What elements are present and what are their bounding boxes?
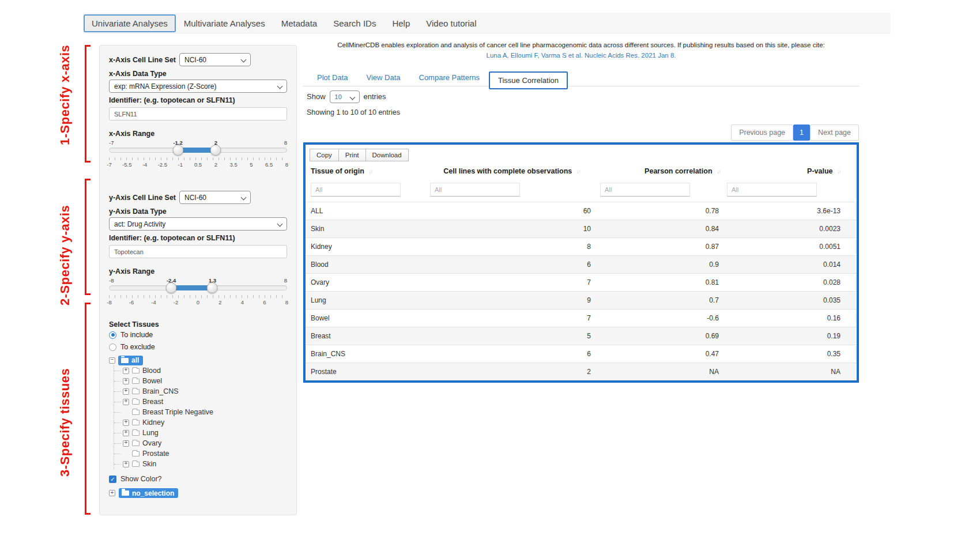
sort-icon[interactable]: ↓↑ bbox=[368, 168, 372, 175]
export-button[interactable]: Copy bbox=[310, 149, 339, 161]
pvalue-cell: 0.16 bbox=[723, 309, 857, 327]
expand-icon[interactable] bbox=[109, 490, 115, 496]
tree-node[interactable]: Blood bbox=[129, 365, 287, 376]
table-row[interactable]: Blood 6 0.9 0.014 bbox=[306, 255, 857, 273]
expand-icon[interactable] bbox=[123, 409, 129, 416]
tree-node[interactable]: Bowel bbox=[129, 376, 287, 386]
tree-node[interactable]: Breast Triple Negative bbox=[129, 407, 287, 417]
tree-node[interactable]: Kidney bbox=[129, 417, 287, 428]
table-row[interactable]: ALL 60 0.78 3.6e-13 bbox=[306, 202, 857, 220]
pvalue-cell: NA bbox=[723, 363, 857, 380]
analysis-tab[interactable]: View Data bbox=[357, 69, 409, 86]
page-size-select[interactable]: 10 bbox=[330, 90, 360, 103]
nav-tab[interactable]: Univariate Analyses bbox=[84, 14, 176, 32]
tree-node[interactable]: Ovary bbox=[129, 438, 287, 448]
main-content: CellMinerCDB enables exploration and ana… bbox=[303, 40, 859, 383]
citation-link[interactable]: Luna A, Elloumi F, Varma S et al. Nuclei… bbox=[487, 52, 676, 59]
expand-icon[interactable] bbox=[123, 378, 129, 384]
y-slider-track[interactable] bbox=[109, 285, 287, 290]
y-slider-to-handle[interactable] bbox=[207, 282, 218, 293]
y-slider-from-handle[interactable] bbox=[166, 282, 177, 293]
expand-icon[interactable] bbox=[123, 420, 129, 426]
tree-node[interactable]: Breast bbox=[129, 397, 287, 407]
y-identifier-input[interactable] bbox=[109, 245, 287, 258]
nav-tab[interactable]: Multivariate Analyses bbox=[176, 14, 273, 32]
expand-icon[interactable] bbox=[123, 440, 129, 447]
collapse-icon[interactable] bbox=[109, 357, 115, 364]
exclude-radio-label: To exclude bbox=[120, 343, 155, 351]
nav-tab[interactable]: Search IDs bbox=[325, 14, 384, 32]
tree-node[interactable]: Brain_CNS bbox=[129, 386, 287, 397]
pearson-filter-input[interactable] bbox=[600, 183, 690, 197]
tree-node-no-selection[interactable]: no_selection bbox=[109, 488, 287, 498]
tick-label: -2.5 bbox=[158, 161, 167, 168]
table-row[interactable]: Lung 9 0.7 0.035 bbox=[306, 291, 857, 309]
next-page-button[interactable]: Next page bbox=[810, 124, 859, 141]
analysis-tab[interactable]: Plot Data bbox=[308, 69, 357, 86]
expand-icon[interactable] bbox=[123, 388, 129, 395]
tree-node[interactable]: Skin bbox=[129, 459, 287, 469]
table-row[interactable]: Bowel 7 -0.6 0.16 bbox=[306, 309, 857, 327]
tissue-filter-input[interactable] bbox=[311, 183, 401, 197]
pearson-cell: 0.78 bbox=[597, 202, 723, 220]
folder-icon bbox=[132, 368, 140, 373]
y-data-type-select[interactable]: act: Drug Activity bbox=[109, 217, 287, 231]
tree-node[interactable]: Lung bbox=[129, 428, 287, 438]
cell-lines-filter-input[interactable] bbox=[430, 183, 520, 197]
show-color-checkbox[interactable]: ✓ bbox=[109, 475, 116, 483]
nav-tab[interactable]: Video tutorial bbox=[418, 14, 484, 32]
analysis-tab[interactable]: Tissue Correlation bbox=[489, 71, 568, 89]
include-radio[interactable] bbox=[109, 331, 116, 339]
sort-icon[interactable]: ↓↑ bbox=[837, 168, 840, 175]
x-cell-line-set-select[interactable]: NCI-60 bbox=[179, 53, 251, 66]
citation-text: CellMinerCDB enables exploration and ana… bbox=[303, 40, 859, 51]
exclude-radio[interactable] bbox=[109, 344, 116, 351]
tick-label: -4 bbox=[151, 299, 156, 305]
column-header-pearson[interactable]: Pearson correlation ↓↑ bbox=[597, 161, 723, 180]
x-data-type-value: exp: mRNA Expression (Z-Score) bbox=[114, 82, 216, 90]
cell-lines-cell: 7 bbox=[427, 309, 597, 327]
folder-icon bbox=[132, 462, 140, 467]
tree-node-label: Blood bbox=[142, 367, 161, 375]
y-cell-line-set-select[interactable]: NCI-60 bbox=[179, 191, 251, 204]
chevron-down-icon bbox=[277, 221, 283, 227]
current-page-button[interactable]: 1 bbox=[793, 124, 810, 141]
nav-tab[interactable]: Help bbox=[384, 14, 418, 32]
table-row[interactable]: Skin 10 0.84 0.0023 bbox=[306, 220, 857, 237]
x-data-type-select[interactable]: exp: mRNA Expression (Z-Score) bbox=[109, 80, 287, 93]
x-slider-from-handle[interactable] bbox=[172, 145, 183, 156]
tree-node[interactable]: Prostate bbox=[129, 448, 287, 459]
sort-icon[interactable]: ↓↑ bbox=[576, 168, 580, 175]
table-row[interactable]: Kidney 8 0.87 0.0051 bbox=[306, 237, 857, 255]
x-range-slider: -7 -1.2 2 8 -7-5.5-4-2.5-10.523.556.58 bbox=[109, 139, 287, 168]
nav-tab-label: Multivariate Analyses bbox=[184, 18, 265, 28]
expand-icon[interactable] bbox=[123, 461, 129, 467]
tissue-correlation-table: Tissue of origin ↓↑ Cell lines with comp… bbox=[306, 161, 857, 381]
x-slider-to-handle[interactable] bbox=[210, 145, 221, 156]
expand-icon[interactable] bbox=[123, 368, 129, 374]
expand-icon[interactable] bbox=[123, 399, 129, 405]
column-header-tissue[interactable]: Tissue of origin ↓↑ bbox=[306, 161, 427, 180]
nav-tab[interactable]: Metadata bbox=[273, 14, 326, 32]
export-button[interactable]: Print bbox=[338, 149, 366, 161]
tree-node-all-label: all bbox=[131, 356, 139, 364]
column-header-cell-lines[interactable]: Cell lines with complete observations ↓↑ bbox=[427, 161, 597, 180]
analysis-tab[interactable]: Compare Patterns bbox=[410, 69, 489, 86]
table-row[interactable]: Brain_CNS 6 0.47 0.35 bbox=[306, 345, 857, 363]
expand-icon[interactable] bbox=[123, 451, 129, 457]
table-row[interactable]: Ovary 7 0.81 0.028 bbox=[306, 273, 857, 291]
table-row[interactable]: Prostate 2 NA NA bbox=[306, 363, 857, 380]
page-size-value: 10 bbox=[335, 93, 342, 100]
tree-node-all[interactable]: all bbox=[109, 355, 287, 365]
x-identifier-input[interactable] bbox=[109, 107, 287, 120]
x-slider-track[interactable] bbox=[109, 148, 287, 153]
pvalue-filter-input[interactable] bbox=[727, 183, 817, 197]
expand-icon[interactable] bbox=[123, 430, 129, 436]
pearson-cell: -0.6 bbox=[597, 309, 723, 327]
table-row[interactable]: Breast 5 0.69 0.19 bbox=[306, 327, 857, 345]
previous-page-button[interactable]: Previous page bbox=[731, 124, 793, 141]
tick-label: 8 bbox=[285, 299, 288, 305]
sort-icon[interactable]: ↓↑ bbox=[717, 168, 720, 175]
export-button[interactable]: Download bbox=[365, 149, 409, 161]
column-header-pvalue[interactable]: P-value ↓↑ bbox=[723, 161, 857, 180]
